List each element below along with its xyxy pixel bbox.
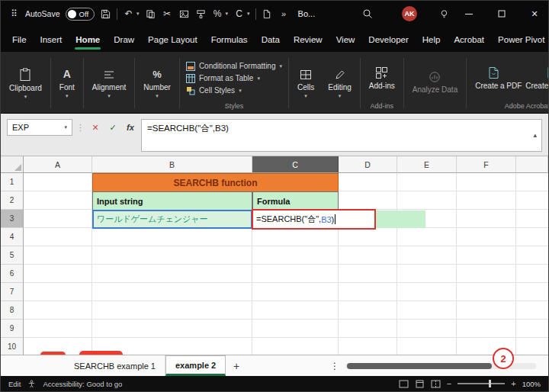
column-header-a[interactable]: A: [24, 156, 92, 173]
tab-acrobat[interactable]: Acrobat: [447, 27, 491, 52]
row-header-8[interactable]: 8: [1, 301, 24, 320]
tab-file[interactable]: File: [5, 27, 34, 52]
cell-b1-merged-title[interactable]: SEARCHB function: [92, 173, 339, 192]
conditional-formatting-button[interactable]: Conditional Formatting ▾: [185, 62, 284, 71]
cell-c2-formula-header[interactable]: Formula: [252, 191, 339, 210]
zoom-in-button[interactable]: +: [511, 379, 515, 388]
copy-icon[interactable]: [145, 8, 156, 20]
tab-view[interactable]: View: [329, 27, 362, 52]
tab-help[interactable]: Help: [416, 27, 448, 52]
sheet-tab-example2[interactable]: example 2: [165, 355, 226, 376]
collapse-formula-bar-icon[interactable]: ▴: [533, 131, 537, 139]
cell-styles-button[interactable]: Cell Styles ▾: [185, 86, 284, 95]
close-button[interactable]: ✕: [521, 1, 548, 27]
row-header-2[interactable]: 2: [1, 191, 24, 210]
zoom-slider-knob[interactable]: [489, 380, 491, 387]
font-icon: A: [63, 68, 71, 81]
tab-page-layout[interactable]: Page Layout: [141, 27, 204, 52]
zoom-level[interactable]: 100%: [522, 380, 541, 388]
name-box-chevron-icon[interactable]: ▾: [64, 125, 67, 130]
minimize-button[interactable]: [455, 1, 483, 27]
column-header-d[interactable]: D: [339, 156, 397, 173]
analyze-data-button[interactable]: Analyze Data: [409, 69, 461, 97]
cancel-entry-button[interactable]: ✕: [88, 119, 102, 136]
search-icon[interactable]: [361, 8, 373, 20]
create-pdf-button[interactable]: Create a PDF: [471, 64, 515, 93]
formula-input[interactable]: =SEARCHB("合",B3) ▴: [141, 119, 542, 152]
format-painter-icon[interactable]: [195, 8, 207, 20]
lightbulb-icon[interactable]: [438, 8, 450, 20]
tab-formulas[interactable]: Formulas: [204, 27, 255, 52]
undo-icon[interactable]: ↶: [123, 8, 134, 20]
group-alignment: Alignment ▾: [85, 54, 133, 112]
enter-entry-button[interactable]: ✓: [106, 119, 120, 136]
row-header-5[interactable]: 5: [1, 246, 24, 265]
new-sheet-button[interactable]: +: [226, 355, 247, 376]
page-layout-view-icon[interactable]: [415, 380, 425, 388]
tab-home[interactable]: Home: [69, 27, 107, 52]
row-header-6[interactable]: 6: [1, 265, 24, 283]
editing-button[interactable]: Editing ▾: [324, 66, 355, 101]
format-as-table-button[interactable]: Format as Table ▾: [185, 74, 284, 83]
row-header-1[interactable]: 1: [1, 173, 24, 191]
cells-button[interactable]: Cells ▾: [294, 66, 318, 101]
zoom-slider[interactable]: [458, 383, 505, 384]
normal-view-icon[interactable]: [399, 380, 409, 388]
column-header-e[interactable]: E: [397, 156, 457, 173]
account-avatar[interactable]: AK: [402, 6, 417, 21]
group-cells: Cells ▾: [291, 54, 321, 112]
column-header-c[interactable]: C: [252, 156, 339, 173]
page-break-view-icon[interactable]: [431, 380, 441, 388]
row-header-10[interactable]: 10: [1, 338, 24, 355]
save-icon[interactable]: [100, 8, 111, 20]
tab-power-pivot[interactable]: Power Pivot: [491, 27, 549, 52]
row-header-9[interactable]: 9: [1, 320, 24, 338]
zoom-out-button[interactable]: −: [447, 379, 451, 388]
row-header-3[interactable]: 3: [1, 210, 24, 228]
undo-chevron-icon[interactable]: ▾: [136, 11, 140, 17]
excel-window: ⠿ AutoSave Off ↶ ▾ ✂ % ▾ C ▾ » Bo...: [0, 0, 549, 392]
column-header-f[interactable]: F: [457, 156, 516, 173]
percent-style-icon[interactable]: %: [212, 8, 223, 20]
formula-bar-grip-icon[interactable]: ⋮: [76, 119, 85, 136]
cell-c3-fill-spill[interactable]: [376, 210, 425, 228]
font-button[interactable]: A Font ▾: [56, 66, 79, 101]
create-pdf-share-button[interactable]: Create a PDF and Share link: [522, 64, 549, 93]
picture-icon[interactable]: [178, 8, 190, 20]
sheet-tab-example1[interactable]: SEARCHB example 1: [65, 355, 165, 376]
row-header-4[interactable]: 4: [1, 228, 24, 246]
addins-button[interactable]: Add-ins: [365, 64, 399, 92]
percent-chevron-icon[interactable]: ▾: [226, 11, 229, 17]
accessibility-status[interactable]: Accessibility: Good to go: [43, 380, 122, 388]
insert-function-button[interactable]: fx: [124, 119, 137, 136]
spreadsheet-grid[interactable]: A B C D E F 1 2 3 4 5 6 7 8 9 10 SEARCHB…: [1, 156, 548, 355]
column-header-partial[interactable]: [516, 156, 548, 173]
cell-formula-pre: =SEARCHB("合",: [256, 214, 321, 225]
select-all-corner[interactable]: [1, 156, 24, 173]
tab-data[interactable]: Data: [255, 27, 287, 52]
tab-draw[interactable]: Draw: [107, 27, 141, 52]
maximize-button[interactable]: [488, 1, 515, 27]
autosave-toggle[interactable]: Off: [66, 8, 95, 21]
alignment-button[interactable]: Alignment ▾: [88, 66, 130, 101]
name-box[interactable]: EXP ▾: [7, 119, 72, 136]
document-icon[interactable]: [262, 8, 273, 20]
number-button[interactable]: % Number ▾: [140, 66, 175, 101]
cut-icon[interactable]: ✂: [162, 8, 173, 20]
cell-c3-formula-editing[interactable]: =SEARCHB("合",B3): [252, 209, 376, 230]
tab-developer[interactable]: Developer: [361, 27, 415, 52]
app-launcher-icon[interactable]: ⠿: [8, 8, 20, 20]
tab-insert[interactable]: Insert: [34, 27, 69, 52]
clear-chevron-icon[interactable]: ▾: [247, 11, 250, 17]
clear-icon[interactable]: C: [233, 8, 245, 20]
toolbar-overflow-icon[interactable]: »: [278, 8, 290, 20]
horizontal-scrollbar-thumb[interactable]: [347, 363, 492, 369]
cell-b3-input-value[interactable]: ワールドゲームチェンジャー: [92, 210, 252, 229]
tab-review[interactable]: Review: [287, 27, 329, 52]
sheet-options-icon[interactable]: ⋮: [330, 355, 339, 376]
column-header-b[interactable]: B: [92, 156, 252, 173]
cell-b2-input-header[interactable]: Input string: [92, 191, 252, 210]
title-bar: ⠿ AutoSave Off ↶ ▾ ✂ % ▾ C ▾ » Bo...: [1, 1, 548, 27]
row-header-7[interactable]: 7: [1, 283, 24, 301]
clipboard-button[interactable]: Clipboard ▾: [5, 66, 46, 101]
